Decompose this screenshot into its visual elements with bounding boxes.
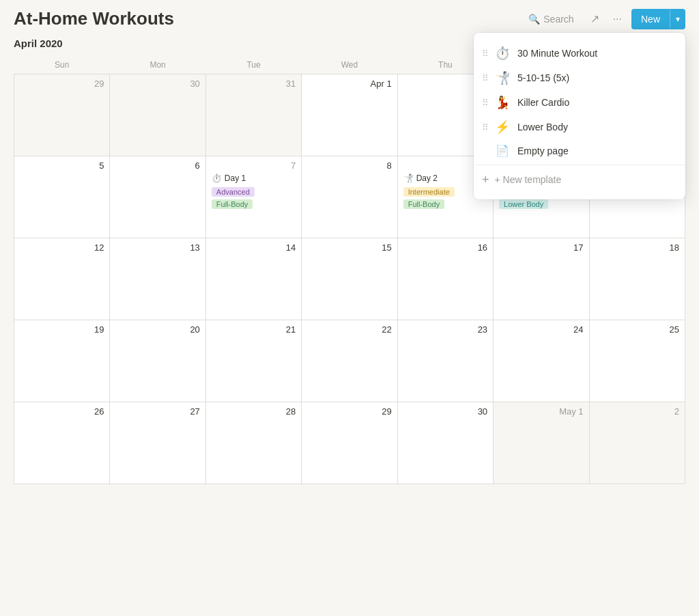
template-icon-killercardio: 💃: [494, 95, 511, 110]
drag-handle-icon: ⠿: [482, 48, 489, 59]
calendar-cell-apr24[interactable]: 24: [494, 320, 589, 402]
day-number: 21: [212, 324, 296, 335]
calendar-cell-apr28[interactable]: 28: [205, 402, 301, 484]
event-tag-fullbody[interactable]: Full-Body: [212, 199, 253, 209]
search-button[interactable]: 🔍 Search: [522, 10, 580, 29]
day-number: May 1: [499, 406, 583, 417]
template-item-killercardio[interactable]: ⠿ 💃 Killer Cardio ···: [474, 90, 685, 115]
weekday-tue: Tue: [205, 56, 301, 74]
calendar-cell-apr21[interactable]: 21: [205, 320, 301, 402]
event-name: Day 2: [416, 173, 438, 183]
day-number: 14: [212, 242, 296, 253]
day-number: 12: [20, 242, 104, 253]
template-label-lowerbody: Lower Body: [517, 122, 660, 132]
day-number: 7: [212, 160, 296, 171]
calendar-cell-may1[interactable]: May 1: [494, 402, 589, 484]
day-number: 15: [307, 242, 391, 253]
calendar-cell-mar31[interactable]: 31: [205, 74, 301, 156]
template-item-51015[interactable]: ⠿ 🤺 5-10-15 (5x) ···: [474, 66, 685, 90]
day-number: 18: [595, 242, 679, 253]
header-actions: 🔍 Search ↗ ··· New ▾: [522, 8, 685, 29]
day-number: 20: [115, 324, 199, 335]
drag-handle-icon: ⠿: [482, 73, 489, 83]
template-icon-lowerbody: ⚡: [494, 120, 511, 135]
new-button[interactable]: New: [631, 9, 670, 29]
calendar-cell-apr12[interactable]: 12: [14, 238, 110, 320]
day-number: 16: [403, 242, 487, 253]
calendar-cell-apr26[interactable]: 26: [14, 402, 110, 484]
weekday-wed: Wed: [302, 56, 397, 74]
new-template-button[interactable]: + + New template: [482, 171, 677, 188]
calendar-cell-apr29[interactable]: 29: [302, 402, 397, 484]
template-item-lowerbody[interactable]: ⠿ ⚡ Lower Body ···: [474, 115, 685, 139]
new-button-group: New ▾: [631, 9, 685, 29]
day-number: 25: [595, 324, 679, 335]
calendar-cell-apr18[interactable]: 18: [589, 238, 685, 320]
event-tag-intermediate[interactable]: Intermediate: [403, 187, 455, 197]
day-number: 19: [20, 324, 104, 335]
plus-icon: +: [482, 173, 489, 186]
event-title-day1[interactable]: ⏱️ Day 1: [212, 173, 296, 183]
template-item-emptypage[interactable]: ⠿ 📄 Empty page: [474, 139, 685, 162]
calendar-cell-apr6[interactable]: 6: [110, 156, 205, 238]
template-icon-emptypage: 📄: [494, 144, 511, 157]
day-number: Apr 1: [307, 79, 391, 89]
day-number: 23: [403, 324, 487, 335]
expand-icon-button[interactable]: ↗: [586, 8, 603, 29]
calendar-cell-apr8[interactable]: 8: [302, 156, 397, 238]
event-tag-lowerbody[interactable]: Lower Body: [499, 199, 548, 209]
cell-events: ⏱️ Day 1 Advanced Full-Body: [212, 173, 296, 210]
calendar-cell-apr23[interactable]: 23: [397, 320, 493, 402]
day-number: 6: [115, 160, 199, 171]
new-button-dropdown-arrow[interactable]: ▾: [670, 10, 685, 29]
day-number: 26: [20, 406, 104, 417]
template-icon-30min: ⏱️: [494, 46, 511, 61]
calendar-cell-apr13[interactable]: 13: [110, 238, 205, 320]
calendar-cell-apr7[interactable]: 7 ⏱️ Day 1 Advanced Full-Body: [205, 156, 301, 238]
day-number: 13: [115, 242, 199, 253]
day-number: 31: [212, 79, 296, 89]
day-number: 22: [307, 324, 391, 335]
calendar-cell-mar29[interactable]: 29: [14, 74, 110, 156]
template-icon-51015: 🤺: [494, 70, 511, 85]
template-list-section: ⠿ ⏱️ 30 Minute Workout ··· ⠿ 🤺 5-10-15 (…: [474, 38, 685, 165]
calendar-cell-apr1[interactable]: Apr 1: [302, 74, 397, 156]
day-number: 28: [212, 406, 296, 417]
drag-handle-icon: ⠿: [482, 122, 489, 132]
day-number: 17: [499, 242, 583, 253]
calendar-cell-apr25[interactable]: 25: [589, 320, 685, 402]
dropdown-footer: + + New template: [474, 165, 685, 194]
page-title: At-Home Workouts: [14, 8, 174, 29]
weekday-sun: Sun: [14, 56, 110, 74]
calendar-cell-may2[interactable]: 2: [589, 402, 685, 484]
calendar-cell-apr22[interactable]: 22: [302, 320, 397, 402]
template-label-emptypage: Empty page: [517, 145, 677, 156]
calendar-cell-apr27[interactable]: 27: [110, 402, 205, 484]
template-dropdown: ⠿ ⏱️ 30 Minute Workout ··· ⠿ 🤺 5-10-15 (…: [474, 33, 685, 199]
calendar-cell-apr15[interactable]: 15: [302, 238, 397, 320]
event-icon: 🤺: [403, 173, 414, 183]
day-number: 30: [115, 79, 199, 89]
calendar-cell-apr20[interactable]: 20: [110, 320, 205, 402]
calendar-cell-apr5[interactable]: 5: [14, 156, 110, 238]
day-number: 24: [499, 324, 583, 335]
template-label-killercardio: Killer Cardio: [517, 97, 660, 108]
drag-handle-icon: ⠿: [482, 98, 489, 108]
calendar-cell-mar30[interactable]: 30: [110, 74, 205, 156]
more-options-button[interactable]: ···: [609, 9, 626, 29]
day-number: 2: [595, 406, 679, 417]
calendar-cell-apr14[interactable]: 14: [205, 238, 301, 320]
event-tag-advanced[interactable]: Advanced: [212, 187, 255, 197]
weekday-mon: Mon: [110, 56, 205, 74]
calendar-cell-apr30[interactable]: 30: [397, 402, 493, 484]
calendar-cell-apr17[interactable]: 17: [494, 238, 589, 320]
calendar-cell-apr16[interactable]: 16: [397, 238, 493, 320]
day-number: 29: [307, 406, 391, 417]
header: At-Home Workouts 🔍 Search ↗ ··· New ▾: [0, 0, 699, 38]
day-number: 8: [307, 160, 391, 171]
event-tag-fullbody2[interactable]: Full-Body: [403, 199, 444, 209]
search-label: Search: [543, 14, 573, 25]
template-item-30min[interactable]: ⠿ ⏱️ 30 Minute Workout ···: [474, 41, 685, 66]
search-icon: 🔍: [528, 14, 540, 25]
calendar-cell-apr19[interactable]: 19: [14, 320, 110, 402]
